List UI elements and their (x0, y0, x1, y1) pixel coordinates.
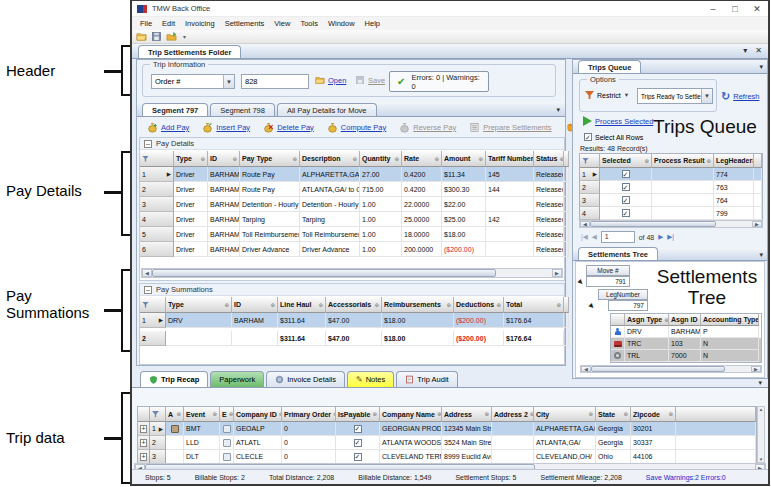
close-button[interactable]: ✕ (746, 2, 768, 16)
column-header[interactable]: Primary Order⊕ (282, 407, 336, 422)
bottom-tabstrip-dropdown-icon[interactable]: ▾ (758, 379, 762, 387)
column-header[interactable]: ID⊕ (232, 297, 278, 313)
chevron-down-icon[interactable]: ▼ (223, 75, 234, 88)
row-header[interactable]: 2 (140, 331, 166, 346)
leg-number-value[interactable]: 797 (608, 300, 648, 311)
tab-paperwork[interactable]: Paperwork (210, 371, 264, 387)
row-expander[interactable]: + (138, 436, 150, 450)
filter-header[interactable] (140, 151, 174, 167)
column-header[interactable]: Company Name⊕ (380, 407, 442, 422)
table-row[interactable]: 5DriverBARHAMToll ReimbursementToll Reim… (140, 227, 564, 242)
tab-trip-recap[interactable]: Trip Recap (140, 371, 208, 387)
table-row[interactable]: 3DriverBARHAMDetention - HourlyDetention… (140, 197, 564, 212)
table-row[interactable]: 4DriverBARHAMTarpingTarping1.0025.0000$2… (140, 212, 564, 227)
column-header[interactable]: Asgn Type⊕ (625, 314, 669, 326)
table-row[interactable]: 6DriverBARHAMDriver AdvanceDriver Advanc… (140, 242, 564, 257)
row-header[interactable]: 3 (140, 197, 174, 212)
order-number-input[interactable]: 828 (241, 74, 309, 89)
column-header[interactable]: Event⊕ (184, 407, 220, 422)
assignments-grid[interactable]: Asgn Type⊕Asgn ID⊕Accounting Type⊕DRVBAR… (610, 313, 762, 363)
trip-grid-vertical-scrollbar[interactable]: ▲ ▼ (757, 406, 765, 463)
scroll-left-icon[interactable]: ◀ (142, 269, 152, 277)
pay-details-horizontal-scrollbar[interactable]: ◀ ▶ (141, 268, 563, 278)
compute-pay-button[interactable]: Compute Pay (327, 122, 386, 133)
select-all-rows-checkbox[interactable]: ✓ Select All Rows (584, 133, 643, 141)
row-header[interactable]: 4 (580, 207, 600, 220)
next-page-button[interactable]: ▶ (658, 233, 663, 241)
collapse-icon[interactable]: – (144, 286, 152, 294)
menu-item[interactable]: View (269, 19, 295, 28)
row-header[interactable]: 3 (580, 194, 600, 207)
column-header[interactable]: Amount⊕ (442, 151, 486, 167)
row-header[interactable]: 5 (140, 227, 174, 242)
column-header[interactable]: Description⊕ (300, 151, 360, 167)
maximize-button[interactable]: □ (724, 2, 746, 16)
column-header[interactable]: LegHeader#⊕ (714, 154, 754, 168)
column-header[interactable]: Selected⊕ (600, 154, 652, 168)
queue-filter-select[interactable]: Trips Ready To Settle ▼ (637, 88, 713, 104)
menu-item[interactable]: Invoicing (180, 19, 220, 28)
table-row[interactable]: 1▶DRVBARHAM$311.64$47.00$18.00($200.00)$… (140, 313, 564, 328)
column-header[interactable]: E⊕ (220, 407, 234, 422)
table-row[interactable]: 2✓763 (580, 181, 762, 194)
process-selected-button[interactable]: Process Selected (583, 116, 653, 126)
move-number-value[interactable]: 791 (586, 276, 630, 287)
column-header[interactable]: Accessorials⊕ (326, 297, 382, 313)
tab-invoice-details[interactable]: Invoice Details (266, 371, 345, 387)
insert-pay-button[interactable]: Insert Pay (202, 122, 250, 133)
tab-all-pay-details[interactable]: All Pay Details for Move (277, 103, 377, 116)
checkbox[interactable]: ✓ (622, 209, 630, 217)
table-row[interactable]: 2DriverBARHAMRoute PayATLANTA,GA/ to CL.… (140, 182, 564, 197)
table-row[interactable]: +2LLDATLATL0✓ATLANTA WOODS3524 Main Stre… (138, 436, 756, 450)
pay-details-grid[interactable]: Type⊕ID⊕Pay Type⊕Description⊕Quantity⊕Ra… (140, 151, 564, 257)
tab-segment-798[interactable]: Segment 798 (210, 103, 275, 116)
row-header[interactable]: 2 (140, 182, 174, 197)
column-header[interactable]: ID⊕ (208, 151, 240, 167)
column-header[interactable]: Address⊕ (442, 407, 492, 422)
checkbox[interactable]: ✓ (354, 453, 362, 461)
add-pay-button[interactable]: Add Pay (147, 122, 189, 133)
column-header[interactable]: Line Haul⊕ (278, 297, 326, 313)
row-expander[interactable]: + (138, 450, 150, 464)
collapse-icon[interactable]: – (144, 140, 152, 148)
column-header[interactable]: Status⊕ (534, 151, 564, 167)
column-header[interactable]: State⊕ (596, 407, 631, 422)
minimize-button[interactable]: – (702, 2, 724, 16)
tree-expand-icon[interactable]: ▶ (588, 301, 596, 309)
last-page-button[interactable]: ▶| (667, 233, 674, 241)
segment-tabstrip-dropdown-icon[interactable]: ▾ (556, 106, 560, 114)
reverse-pay-button[interactable]: Reverse Pay (399, 122, 456, 133)
menu-item[interactable]: Edit (157, 19, 180, 28)
move-number-header[interactable]: Move # (586, 265, 630, 276)
table-row[interactable]: TRC103N (611, 338, 761, 350)
row-header[interactable]: 2 (150, 436, 166, 450)
scroll-up-icon[interactable]: ▲ (759, 407, 763, 412)
checkbox[interactable]: ✓ (354, 439, 362, 447)
scroll-down-icon[interactable]: ▼ (759, 457, 763, 462)
checkbox[interactable]: ✓ (622, 170, 630, 178)
row-header[interactable]: 1▶ (580, 168, 600, 181)
order-type-select[interactable]: Order # ▼ (151, 74, 235, 89)
column-header[interactable]: Asgn ID⊕ (669, 314, 701, 326)
settlements-tabstrip-dropdown-icon[interactable]: ▾ (759, 251, 763, 259)
tab-trips-queue[interactable]: Trips Queue (578, 60, 641, 73)
row-header[interactable]: 1▶ (150, 422, 166, 436)
filter-header[interactable] (150, 407, 166, 422)
scroll-right-icon[interactable]: ▶ (752, 221, 762, 227)
refresh-button[interactable]: ↻ Refresh (721, 91, 759, 101)
menu-item[interactable]: Tools (295, 19, 323, 28)
column-header[interactable]: Deductions⊕ (454, 297, 504, 313)
tab-settlements-tree[interactable]: Settlements Tree (578, 247, 658, 260)
queue-horizontal-scrollbar[interactable]: ◀ ▶ (579, 220, 763, 228)
menu-item[interactable]: Window (323, 19, 360, 28)
tree-expand-icon[interactable]: ▶ (577, 277, 585, 285)
column-header[interactable]: Type⊕ (174, 151, 208, 167)
column-header[interactable]: Quantity⊕ (360, 151, 402, 167)
table-row[interactable]: DRVBARHAMP (611, 326, 761, 338)
trip-data-grid[interactable]: A⊕Event⊕E⊕Company ID⊕Primary Order⊕IsPay… (137, 406, 757, 465)
tab-notes[interactable]: ✎ Notes (347, 371, 394, 387)
row-expander[interactable]: + (138, 422, 150, 436)
queue-tabstrip-dropdown-icon[interactable]: ▾ (759, 63, 763, 71)
column-header[interactable]: Type⊕ (166, 297, 232, 313)
menu-item[interactable]: Help (360, 19, 385, 28)
